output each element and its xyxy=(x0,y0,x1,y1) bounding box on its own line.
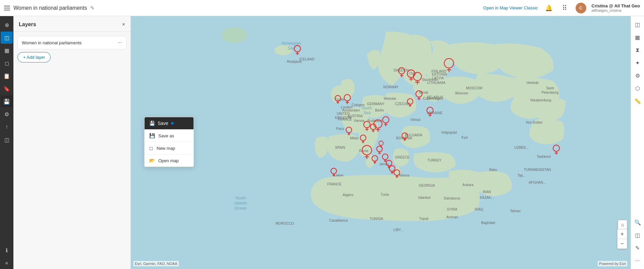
left-nav: ⊕ ◫ ▦ ◻ 📋 🔖 💾 ⚙ ↑ ◫ ℹ « xyxy=(0,16,13,269)
svg-text:Baku: Baku xyxy=(489,168,497,172)
svg-text:Casablanca: Casablanca xyxy=(329,219,348,222)
svg-text:Tripoli: Tripoli xyxy=(419,217,428,221)
rt-basemap-icon[interactable]: ◫ xyxy=(632,19,643,30)
right-toolbar: ◫ ▦ ⧗ ✦ ⚙ ⬡ 📏 🔍 ◫ ✎ ··· xyxy=(631,16,644,269)
nav-table[interactable]: ▦ xyxy=(1,44,13,56)
avatar[interactable]: C xyxy=(576,3,586,13)
svg-text:ICELAND: ICELAND xyxy=(300,57,315,61)
svg-text:Ocean: Ocean xyxy=(234,206,247,211)
svg-text:KAZAK...: KAZAK... xyxy=(480,196,494,199)
open-map-menu-item[interactable]: 📂 Open map xyxy=(145,154,194,167)
svg-text:Norwegian: Norwegian xyxy=(281,41,301,46)
home-button[interactable]: ⌂ xyxy=(618,220,627,229)
open-classic-link[interactable]: Open in Map Viewer Classic xyxy=(483,5,538,10)
nav-bookmark[interactable]: 🔖 xyxy=(1,83,13,95)
nav-media[interactable]: ◫ xyxy=(1,134,13,146)
svg-text:Berlin: Berlin xyxy=(375,108,384,112)
svg-text:Paris: Paris xyxy=(336,127,344,131)
nav-info[interactable]: ℹ xyxy=(1,244,13,256)
rt-search-icon[interactable]: 🔍 xyxy=(632,217,643,228)
save-indicator-dot xyxy=(171,122,174,125)
save-icon: 💾 xyxy=(149,121,155,126)
main-area: ⊕ ◫ ▦ ◻ 📋 🔖 💾 ⚙ ↑ ◫ ℹ « Layers × Women i… xyxy=(0,16,644,269)
zoom-out-button[interactable]: − xyxy=(618,239,627,249)
svg-text:GERMANY: GERMANY xyxy=(367,102,384,106)
svg-text:Saint: Saint xyxy=(546,86,554,90)
layers-close-icon[interactable]: × xyxy=(122,21,125,28)
rt-effects-icon[interactable]: ✦ xyxy=(632,57,643,69)
layers-header: Layers × xyxy=(13,16,130,32)
add-layer-button[interactable]: + Add layer xyxy=(17,52,51,62)
nav-collapse[interactable]: « xyxy=(1,257,13,269)
rt-more-icon[interactable]: ··· xyxy=(632,255,643,266)
open-map-icon: 📂 xyxy=(149,158,155,163)
svg-text:UZBEK...: UZBEK... xyxy=(514,146,529,149)
layer-options-icon[interactable]: ··· xyxy=(118,40,122,46)
nav-layers[interactable]: ◫ xyxy=(1,32,13,44)
svg-text:TUNISIA: TUNISIA xyxy=(370,217,383,221)
save-menu-header[interactable]: 💾 Save xyxy=(145,117,194,129)
powered-by: Powered by Esri xyxy=(598,261,627,266)
rt-filter-icon[interactable]: ⧗ xyxy=(632,44,643,56)
rt-configure-icon[interactable]: ⚙ xyxy=(632,70,643,81)
nav-save[interactable]: 💾 xyxy=(1,95,13,107)
svg-text:Warsaw: Warsaw xyxy=(384,97,396,100)
edit-title-icon[interactable]: ✎ xyxy=(90,5,95,11)
svg-text:Istanbul: Istanbul xyxy=(418,196,430,199)
map-svg: Norwegian Sea North Sea North Atlantic O… xyxy=(131,16,644,269)
svg-text:UKRAINE: UKRAINE xyxy=(427,111,442,115)
save-as-label: Save as xyxy=(158,133,174,138)
user-sub: allthatgeo_cristina xyxy=(592,8,640,12)
svg-text:IRAN: IRAN xyxy=(483,190,491,194)
svg-text:North: North xyxy=(235,196,246,200)
nav-charts[interactable]: ◻ xyxy=(1,57,13,69)
svg-text:ESTONIA: ESTONIA xyxy=(432,73,447,76)
svg-text:Kyiv: Kyiv xyxy=(462,136,468,139)
svg-text:Vienna: Vienna xyxy=(354,119,364,123)
svg-text:IRAQ: IRAQ xyxy=(475,208,483,211)
svg-text:Athens: Athens xyxy=(399,174,410,177)
svg-text:Vilnius: Vilnius xyxy=(411,118,421,122)
save-label: Save xyxy=(158,121,168,126)
save-as-menu-item[interactable]: 💾 Save as xyxy=(145,129,194,142)
nav-search[interactable]: ⊕ xyxy=(1,19,13,31)
new-map-label: New map xyxy=(157,146,175,151)
svg-text:NORWAY: NORWAY xyxy=(383,85,398,89)
svg-text:SPAIN: SPAIN xyxy=(335,146,345,149)
svg-text:Atlantic: Atlantic xyxy=(233,201,247,206)
nav-list[interactable]: 📋 xyxy=(1,70,13,82)
save-as-icon: 💾 xyxy=(149,133,155,138)
rt-measure-icon[interactable]: 📏 xyxy=(632,95,643,107)
zoom-controls: + − xyxy=(617,229,627,249)
svg-text:TURKMENISTAN: TURKMENISTAN xyxy=(524,168,551,172)
svg-text:Damascus: Damascus xyxy=(444,196,461,200)
svg-text:MOROCCO: MOROCCO xyxy=(276,222,294,225)
hamburger-menu[interactable] xyxy=(4,6,10,10)
svg-text:Lisbon: Lisbon xyxy=(334,173,343,177)
svg-text:Helsinki: Helsinki xyxy=(527,81,539,85)
svg-text:KINGDOM: KINGDOM xyxy=(335,116,352,120)
new-map-icon: ◻ xyxy=(149,145,153,151)
svg-text:TURKEY: TURKEY xyxy=(427,159,441,162)
save-context-menu: 💾 Save 💾 Save as ◻ New map 📂 Open map xyxy=(144,117,194,167)
zoom-in-button[interactable]: + xyxy=(618,229,627,239)
rt-analysis-icon[interactable]: ▦ xyxy=(632,32,643,43)
svg-text:Ankara: Ankara xyxy=(463,183,474,187)
svg-text:Cologne: Cologne xyxy=(352,103,365,107)
nav-share[interactable]: ↑ xyxy=(1,121,13,133)
layer-item: Women in national parliaments ··· xyxy=(17,36,126,49)
rt-screen-icon[interactable]: ◫ xyxy=(632,229,643,241)
new-map-menu-item[interactable]: ◻ New map xyxy=(145,142,194,154)
apps-dots[interactable]: ⠿ xyxy=(559,3,570,13)
notification-bell[interactable]: 🔔 xyxy=(543,3,554,13)
rt-edit-icon[interactable]: ✎ xyxy=(632,242,643,254)
layers-title: Layers xyxy=(19,21,36,28)
rt-directions-icon[interactable]: ⬡ xyxy=(632,83,643,94)
map-area[interactable]: Norwegian Sea North Sea North Atlantic O… xyxy=(131,16,644,269)
svg-text:Tunis: Tunis xyxy=(381,193,389,196)
nav-settings[interactable]: ⚙ xyxy=(1,108,13,120)
svg-text:Stockholm: Stockholm xyxy=(422,78,438,82)
topbar-left: Women in national parliaments ✎ xyxy=(4,5,95,11)
topbar-right: Open in Map Viewer Classic 🔔 ⠿ C Cristin… xyxy=(483,3,640,13)
svg-text:SYRIA: SYRIA xyxy=(447,208,457,211)
